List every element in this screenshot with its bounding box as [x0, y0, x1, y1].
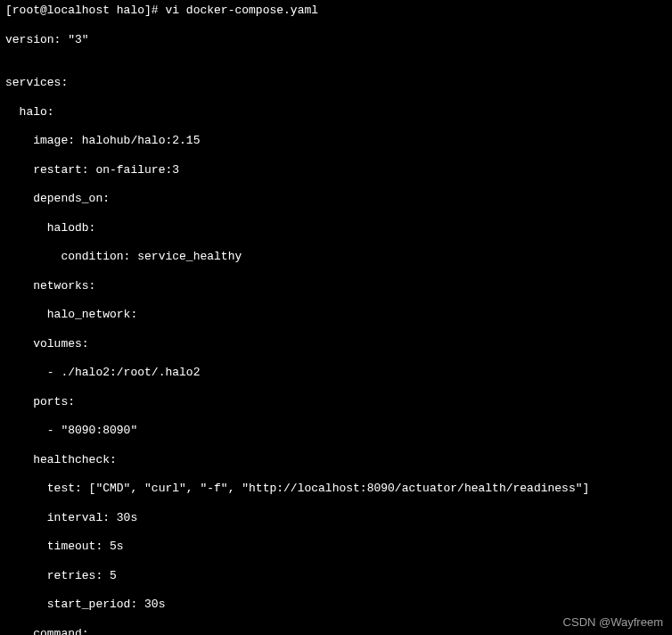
yaml-line: halo_network:	[5, 308, 667, 322]
yaml-line: interval: 30s	[5, 511, 667, 525]
yaml-line: services:	[5, 76, 667, 90]
yaml-line: timeout: 5s	[5, 540, 667, 554]
shell-prompt: [root@localhost halo]#	[5, 4, 165, 17]
yaml-line: - ./halo2:/root/.halo2	[5, 366, 667, 380]
yaml-line: retries: 5	[5, 569, 667, 583]
yaml-line: depends_on:	[5, 192, 667, 206]
yaml-line: test: ["CMD", "curl", "-f", "http://loca…	[5, 482, 667, 496]
yaml-line: condition: service_healthy	[5, 250, 667, 264]
yaml-line: networks:	[5, 279, 667, 293]
yaml-line: healthcheck:	[5, 453, 667, 467]
shell-command[interactable]: vi docker-compose.yaml	[165, 4, 318, 17]
yaml-line: halo:	[5, 105, 667, 120]
yaml-line: restart: on-failure:3	[5, 163, 667, 177]
yaml-line: image: halohub/halo:2.15	[5, 134, 667, 148]
file-content[interactable]: version: "3" services: halo: image: halo…	[5, 18, 667, 635]
yaml-line: start_period: 30s	[5, 598, 667, 612]
watermark: CSDN @Wayfreem	[563, 615, 663, 630]
yaml-line: version: "3"	[5, 33, 667, 47]
yaml-line: halodb:	[5, 221, 667, 235]
yaml-line: ports:	[5, 395, 667, 409]
shell-prompt-line: [root@localhost halo]# vi docker-compose…	[5, 4, 667, 18]
yaml-line: volumes:	[5, 337, 667, 351]
yaml-line: - "8090:8090"	[5, 424, 667, 438]
